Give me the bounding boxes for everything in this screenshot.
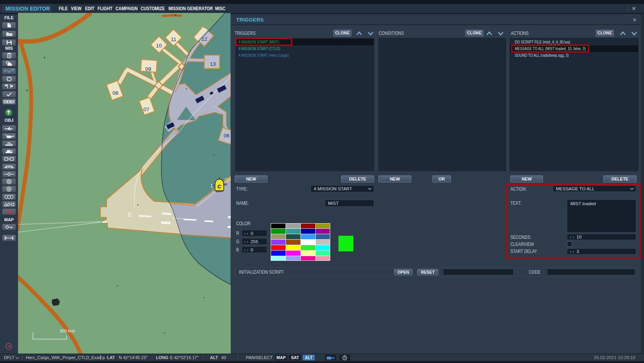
- svg-text:C: C: [217, 184, 221, 190]
- svg-text:07: 07: [143, 107, 149, 112]
- svg-text:09: 09: [127, 212, 132, 217]
- svg-text:1: 1: [210, 183, 213, 189]
- svg-text:13: 13: [210, 61, 216, 67]
- svg-text:11: 11: [171, 36, 176, 42]
- svg-text::He: :He: [224, 177, 231, 182]
- svg-text:300 feet: 300 feet: [60, 329, 75, 333]
- svg-text:08: 08: [112, 90, 118, 96]
- svg-text:06: 06: [224, 133, 230, 139]
- svg-text:10: 10: [156, 43, 162, 49]
- svg-text:12: 12: [201, 36, 207, 42]
- svg-text:09: 09: [145, 66, 151, 72]
